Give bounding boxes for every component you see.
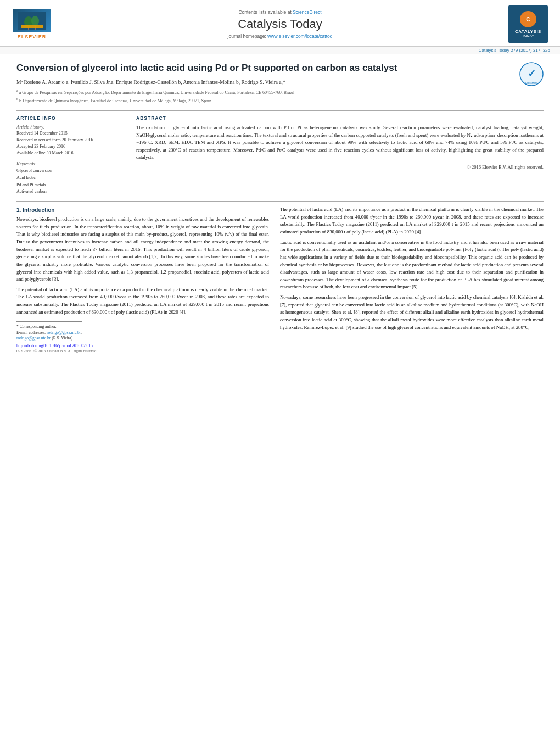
email-link-1[interactable]: rodrigo@gpsa.ufc.br bbox=[47, 330, 81, 335]
history-item-0: Received 14 December 2015 bbox=[16, 130, 120, 137]
divider-2 bbox=[16, 201, 544, 202]
abstract-text: The oxidation of glycerol into lactic ac… bbox=[136, 124, 544, 161]
contents-line: Contents lists available at ScienceDirec… bbox=[59, 9, 501, 15]
section1-title: 1. Introduction bbox=[16, 207, 269, 213]
history-item-3: Available online 30 March 2016 bbox=[16, 150, 120, 157]
copyright-line: © 2016 Elsevier B.V. All rights reserved… bbox=[136, 164, 544, 170]
history-label: Article history: bbox=[16, 124, 120, 130]
catalysis-icon: C bbox=[520, 11, 536, 27]
homepage-line: journal homepage: www.elsevier.com/locat… bbox=[59, 34, 501, 39]
affiliation-b: b b Departamento de Química Inorgánica, … bbox=[16, 97, 513, 104]
journal-issue-text: Catalysis Today 279 (2017) 317–326 bbox=[479, 48, 550, 53]
article-title: Conversion of glycerol into lactic acid … bbox=[16, 62, 513, 74]
article-info: ARTICLE INFO Article history: Received 1… bbox=[16, 115, 126, 196]
divider-1 bbox=[16, 110, 544, 111]
abstract-title: ABSTRACT bbox=[136, 115, 544, 121]
catalysis-label: CATALYSIS bbox=[515, 29, 541, 34]
svg-text:CrossMark: CrossMark bbox=[525, 82, 538, 85]
svg-point-2 bbox=[31, 16, 39, 26]
intro-para-4: Lactic acid is conventionally used as an… bbox=[280, 239, 544, 291]
sciencedirect-link[interactable]: ScienceDirect bbox=[293, 9, 321, 15]
journal-header: ELSEVIER Contents lists available at Sci… bbox=[0, 0, 560, 47]
keyword-0: Glycerol conversion bbox=[16, 168, 120, 175]
svg-text:✓: ✓ bbox=[528, 68, 536, 79]
email-line: E-mail addresses: rodrigo@gpsa.ufc.br, r… bbox=[16, 330, 82, 342]
elsevier-text: ELSEVIER bbox=[18, 34, 47, 40]
catalysis-today-logo: C CATALYSIS TODAY bbox=[508, 5, 548, 43]
main-content: 1. Introduction Nowadays, biodiesel prod… bbox=[16, 206, 544, 353]
journal-issue-line: Catalysis Today 279 (2017) 317–326 bbox=[0, 47, 560, 54]
doi-line: http://dx.doi.org/10.1016/j.cattod.2016.… bbox=[16, 343, 269, 348]
article-info-title: ARTICLE INFO bbox=[16, 115, 120, 121]
keyword-3: Activated carbon bbox=[16, 188, 120, 196]
today-label: TODAY bbox=[522, 34, 534, 37]
keywords-label: Keywords: bbox=[16, 161, 120, 166]
doi-link[interactable]: http://dx.doi.org/10.1016/j.cattod.2016.… bbox=[16, 343, 93, 348]
email-link-2[interactable]: rodrigo@gpsa.ufc.br bbox=[16, 336, 51, 341]
keywords-section: Keywords: Glycerol conversion Acid lacti… bbox=[16, 161, 120, 196]
journal-title: Catalysis Today bbox=[59, 17, 501, 31]
corresponding-author: * Corresponding author. bbox=[16, 324, 82, 330]
header-center: Contents lists available at ScienceDirec… bbox=[59, 9, 501, 39]
intro-para-2: The potential of lactic acid (LA) and it… bbox=[16, 286, 269, 316]
issn-line: 0920-5861/© 2016 Elsevier B.V. All right… bbox=[16, 349, 269, 353]
article-two-col: ARTICLE INFO Article history: Received 1… bbox=[16, 115, 544, 196]
keyword-1: Acid lactic bbox=[16, 175, 120, 182]
history-item-1: Received in revised form 20 February 201… bbox=[16, 137, 120, 143]
history-item-2: Accepted 23 February 2016 bbox=[16, 143, 120, 150]
keyword-2: Pd and Pt metals bbox=[16, 182, 120, 189]
col-left: 1. Introduction Nowadays, biodiesel prod… bbox=[16, 206, 269, 353]
abstract-section: ABSTRACT The oxidation of glycerol into … bbox=[136, 115, 544, 196]
elsevier-logo: ELSEVIER bbox=[10, 9, 54, 40]
journal-url[interactable]: www.elsevier.com/locate/cattod bbox=[267, 34, 332, 39]
article-body: Conversion of glycerol into lactic acid … bbox=[0, 54, 560, 361]
col-right: The potential of lactic acid (LA) and it… bbox=[280, 206, 544, 353]
article-title-section: Conversion of glycerol into lactic acid … bbox=[16, 62, 544, 105]
intro-para-1: Nowadays, biodiesel production is on a l… bbox=[16, 216, 269, 283]
elsevier-logo-box bbox=[13, 9, 51, 32]
authors: Mª Rosiene A. Arcanjo a, Ivanildo J. Sil… bbox=[16, 79, 513, 86]
footnote-area: * Corresponding author. E-mail addresses… bbox=[16, 321, 82, 342]
article-title-text: Conversion of glycerol into lactic acid … bbox=[16, 62, 513, 105]
intro-para-3: The potential of lactic acid (LA) and it… bbox=[280, 206, 544, 236]
crossmark-logo: ✓ CrossMark bbox=[519, 62, 544, 86]
intro-para-5: Nowadays, some researchers have been pro… bbox=[280, 294, 544, 331]
affiliation-a: a a Grupo de Pesquisas em Separações por… bbox=[16, 88, 513, 96]
svg-rect-5 bbox=[21, 25, 43, 28]
catalysis-logo-box: C CATALYSIS TODAY bbox=[506, 5, 550, 43]
page: ELSEVIER Contents lists available at Sci… bbox=[0, 0, 560, 742]
